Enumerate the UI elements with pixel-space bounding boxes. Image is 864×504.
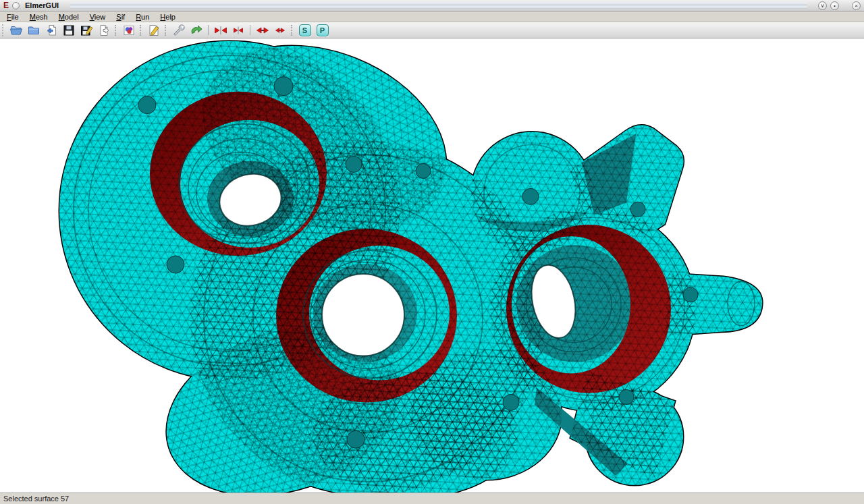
tool-bar: S P — [0, 22, 864, 38]
configure-button[interactable] — [170, 23, 187, 38]
load-project-icon — [45, 24, 58, 37]
toolbar-separator — [291, 25, 294, 36]
configure-wrench-icon — [172, 24, 186, 37]
new-document-button[interactable] — [95, 23, 112, 38]
open-file-icon — [9, 24, 23, 37]
mesh-viewport-svg[interactable] — [0, 38, 864, 493]
status-bar: Selected surface 57 — [0, 493, 864, 504]
menu-run[interactable]: Run — [130, 12, 155, 22]
close-button[interactable]: × — [852, 1, 861, 10]
toolbar-separator — [115, 25, 117, 36]
elmergui-window: E ElmerGUI ∨ • × File Mesh Model View Si… — [0, 0, 864, 504]
save-button[interactable] — [60, 23, 77, 38]
title-bar: E ElmerGUI ∨ • × — [0, 0, 864, 11]
run-solver-icon — [190, 24, 203, 37]
save-as-button[interactable] — [78, 23, 94, 38]
open-file-button[interactable] — [7, 23, 24, 38]
expand-arrows-small-icon — [273, 24, 287, 37]
status-message: Selected surface 57 — [3, 495, 69, 503]
run-solver-button[interactable] — [188, 23, 205, 38]
menu-model[interactable]: Model — [53, 12, 84, 22]
point-mode-button[interactable]: P — [314, 23, 331, 38]
app-icon: E — [3, 1, 9, 9]
compress-arrows-icon — [214, 24, 227, 37]
expand-arrows-icon — [256, 24, 269, 37]
toolbar-separator — [140, 25, 142, 36]
new-document-icon — [97, 24, 111, 37]
edit-sif-button[interactable] — [145, 23, 162, 38]
open-folder-button[interactable] — [25, 23, 42, 38]
window-title: ElmerGUI — [25, 1, 59, 9]
menu-sif[interactable]: Sif — [111, 12, 130, 22]
surface-mode-icon: S — [299, 24, 311, 36]
expand-arrows-button[interactable] — [254, 23, 271, 38]
save-icon — [62, 24, 76, 37]
toolbar-separator — [208, 25, 209, 35]
window-menu-icon[interactable] — [12, 2, 20, 9]
model-summary-icon — [122, 24, 136, 37]
compress-arrows-button[interactable] — [212, 23, 229, 38]
mesh-triangles-fine — [59, 38, 762, 493]
toolbar-handle[interactable] — [2, 24, 5, 36]
menu-mesh[interactable]: Mesh — [24, 12, 53, 22]
surface-mode-button[interactable]: S — [296, 23, 313, 38]
expand-arrows-small-button[interactable] — [271, 23, 288, 38]
compress-arrows-small-icon — [232, 24, 245, 37]
shade-button[interactable]: ∨ — [818, 1, 827, 10]
menu-help[interactable]: Help — [155, 12, 181, 22]
save-as-icon — [80, 24, 93, 37]
edit-sif-icon — [147, 24, 161, 37]
menu-file[interactable]: File — [1, 12, 24, 22]
menu-view[interactable]: View — [84, 12, 111, 22]
toolbar-separator — [165, 25, 167, 36]
model-summary-button[interactable] — [120, 23, 137, 38]
middle-bore-hole — [322, 274, 404, 356]
maximize-button[interactable]: • — [830, 1, 839, 10]
titlebar-grip-stripes[interactable] — [70, 2, 807, 9]
toolbar-separator — [250, 25, 250, 35]
mesh-viewport[interactable] — [0, 38, 864, 493]
menu-bar: File Mesh Model View Sif Run Help — [0, 11, 864, 22]
open-folder-icon — [27, 24, 40, 37]
load-project-button[interactable] — [43, 23, 59, 38]
compress-arrows-small-button[interactable] — [230, 23, 246, 38]
point-mode-icon: P — [317, 24, 329, 36]
